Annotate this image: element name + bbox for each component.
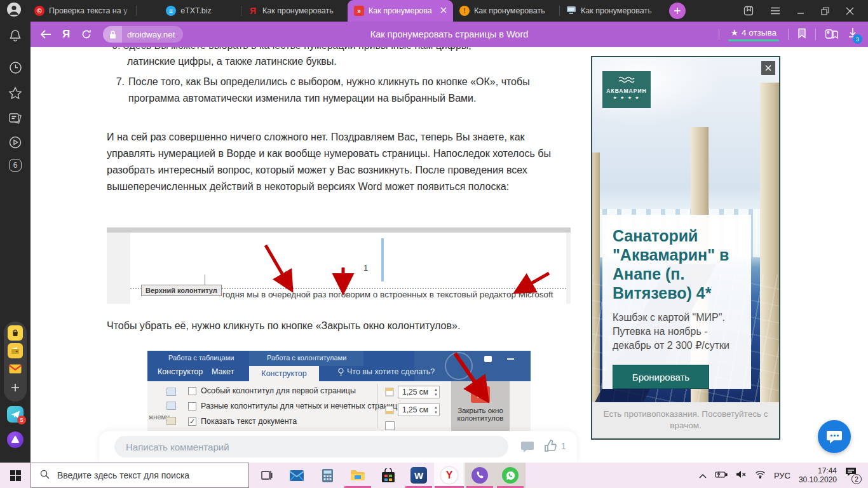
tray-date: 30.10.2020	[799, 475, 837, 484]
action-center-button[interactable]: 2	[845, 466, 862, 484]
embedded-screenshot-word-ribbon: Работа с таблицами Работа с колонтитулам…	[147, 351, 531, 432]
droidway-favicon-icon: »	[354, 6, 364, 16]
close-window-icon[interactable]	[846, 7, 854, 15]
list-item-6-line2: латинские цифры, а также латинские буквы…	[127, 53, 572, 70]
like-button[interactable]	[544, 439, 558, 456]
restore-icon[interactable]	[821, 7, 829, 15]
toolbar-divider	[815, 29, 816, 40]
clock-datetime[interactable]: 17:44 30.10.2020	[799, 466, 837, 484]
browser-sidebar: 6 5	[0, 22, 31, 463]
wifi-icon[interactable]	[755, 470, 766, 481]
ad-book-button[interactable]: Бронировать	[613, 365, 709, 389]
telegram-badge: 5	[17, 416, 26, 424]
word-icon: W	[410, 467, 427, 484]
textru-favicon-icon: ©	[34, 6, 44, 16]
monitor-favicon-icon	[566, 6, 576, 17]
tab-close-icon[interactable]	[440, 6, 447, 15]
tab-panel-icon[interactable]	[743, 6, 754, 16]
video-play-icon[interactable]	[6, 133, 24, 151]
bookmarks-star-icon[interactable]	[6, 84, 24, 102]
alice-assistant-icon[interactable]	[6, 431, 24, 449]
toolbar-divider	[788, 29, 789, 40]
profile-avatar[interactable]	[0, 0, 28, 22]
tab-etxt[interactable]: ≡ eTXT.biz	[137, 0, 241, 22]
ad-close-button[interactable]	[761, 61, 775, 75]
shot1-red-arrows	[107, 227, 571, 304]
orange-favicon-icon: !	[459, 6, 470, 16]
back-button[interactable]	[36, 24, 56, 44]
ad-body: Кэшбэк с картой "МИР". Путевка на ноябрь…	[613, 311, 741, 353]
reviews-label: 4 отзыва	[742, 28, 776, 37]
battery-icon[interactable]	[715, 470, 728, 481]
windows-logo-icon	[10, 470, 21, 481]
tab-word-numbering-4[interactable]: ! Как пронумеровать	[453, 0, 559, 22]
yandex-favicon-icon: Я	[248, 6, 258, 16]
tab-droidway-active[interactable]: » Как пронумерова	[348, 0, 453, 22]
taskbar-viber[interactable]	[465, 463, 495, 488]
add-app-plus-icon[interactable]	[8, 380, 23, 395]
reviews-underline	[728, 39, 779, 41]
minimize-icon[interactable]	[797, 7, 804, 15]
toolbar-divider	[719, 29, 719, 40]
taskbar-whatsapp[interactable]	[495, 463, 526, 488]
tab-word-numbering-5[interactable]: Как пронумеровать	[560, 0, 660, 22]
task-view-button[interactable]	[252, 463, 282, 488]
notifications-bell-icon[interactable]	[6, 27, 24, 44]
new-tab-button[interactable]	[669, 3, 686, 19]
taskbar-mail[interactable]	[281, 463, 312, 488]
window-controls	[743, 0, 868, 22]
start-button[interactable]	[0, 463, 31, 488]
bookmark-icon[interactable]	[797, 28, 806, 41]
reviews-button[interactable]: ★ 4 отзыва	[728, 27, 779, 41]
calculator-icon	[322, 468, 334, 483]
menu-icon[interactable]	[770, 7, 780, 15]
language-indicator[interactable]: РУС	[774, 471, 790, 480]
taskbar-yandex-browser[interactable]: Y	[434, 463, 465, 488]
shot2-red-arrow	[147, 351, 531, 432]
taskbar-ms-store[interactable]	[373, 463, 403, 488]
collections-icon[interactable]	[825, 27, 839, 42]
ad-logo-stars: ★ ★ ★ ★	[602, 95, 651, 100]
comment-input-pill[interactable]	[114, 436, 508, 458]
downloads-button[interactable]: 3	[848, 27, 858, 41]
ad-banner-aquamarine[interactable]: АКВАМАРИН ★ ★ ★ ★ Санаторий "Аквамарин" …	[591, 56, 780, 440]
telegram-icon[interactable]: 5	[6, 405, 24, 423]
tab-title: eTXT.biz	[180, 6, 212, 15]
taskbar-file-explorer[interactable]	[342, 463, 373, 488]
user-avatar-icon	[6, 2, 22, 20]
yandex-home-button[interactable]: Я	[56, 24, 76, 44]
search-icon	[31, 470, 57, 482]
tab-title: Как пронумеровать	[262, 6, 334, 15]
yandex-market-icon[interactable]	[8, 325, 23, 341]
like-count: 1	[561, 441, 566, 451]
lock-icon[interactable]	[103, 26, 122, 43]
downloads-badge: 3	[853, 34, 862, 44]
ad-photo-pool: АКВАМАРИН ★ ★ ★ ★ Санаторий "Аквамарин" …	[592, 57, 779, 402]
yandex-browser-icon: Y	[441, 467, 458, 484]
tab-text-check[interactable]: © Проверка текста на у	[28, 0, 136, 22]
live-chat-button[interactable]	[818, 420, 851, 453]
taskbar-search[interactable]	[31, 463, 249, 488]
refresh-button[interactable]	[76, 24, 97, 44]
taskbar-calculator[interactable]	[312, 463, 342, 488]
collections-cards-icon[interactable]	[6, 109, 24, 127]
ms-store-icon	[381, 468, 395, 483]
waves-icon	[618, 76, 635, 84]
volume-muted-icon[interactable]	[736, 470, 747, 481]
comment-input[interactable]	[114, 436, 508, 458]
tab-count: 6	[13, 161, 18, 170]
tab-title: Как пронумеровать	[474, 6, 545, 15]
tray-expand-icon[interactable]	[699, 470, 707, 481]
comments-bubble-icon[interactable]	[520, 439, 535, 457]
tab-title: Как пронумеровать	[581, 6, 652, 15]
tab-title: Проверка текста на у	[49, 6, 127, 15]
tab-yandex-search[interactable]: Я Как пронумеровать	[241, 0, 348, 22]
taskbar-search-input[interactable]	[57, 470, 248, 480]
tab-count-box[interactable]: 6	[6, 156, 24, 174]
yandex-wallet-icon[interactable]	[8, 343, 23, 358]
yandex-mail-icon[interactable]	[8, 361, 23, 376]
taskbar-word[interactable]: W	[403, 463, 434, 488]
history-clock-icon[interactable]	[6, 58, 24, 76]
tray-time: 17:44	[799, 466, 837, 475]
address-bar[interactable]: droidway.net	[103, 26, 183, 43]
